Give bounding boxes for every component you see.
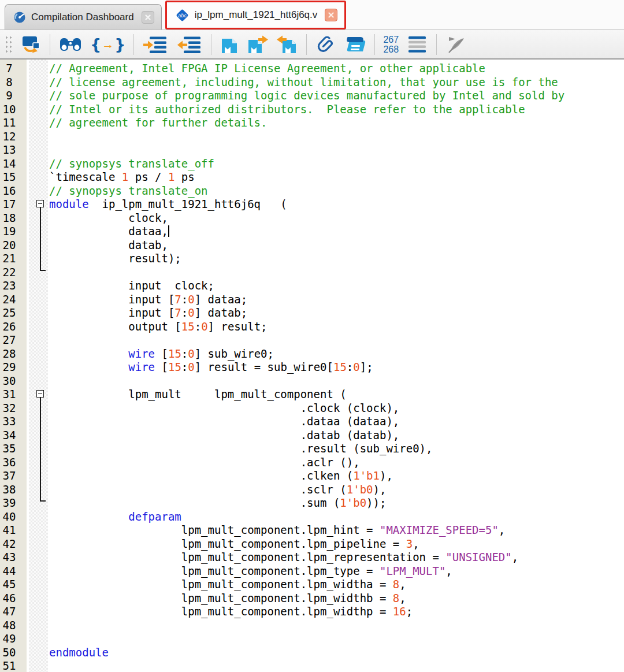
code-token: wire bbox=[128, 347, 155, 360]
sync-window-button[interactable] bbox=[17, 33, 44, 56]
line-number: 16 bbox=[0, 184, 18, 198]
code-line[interactable] bbox=[49, 632, 624, 646]
toolbar-separator bbox=[211, 34, 211, 55]
toolbar-grip-handle[interactable] bbox=[3, 34, 12, 55]
fold-collapse-button[interactable] bbox=[36, 200, 44, 207]
code-line[interactable] bbox=[49, 374, 624, 388]
code-token: 1'b0 bbox=[340, 496, 366, 509]
attach-button[interactable] bbox=[313, 33, 338, 56]
binoculars-find-icon bbox=[58, 36, 83, 53]
code-line[interactable]: .sclr (1'b0), bbox=[49, 483, 624, 497]
code-token: ip_lpm_mult_1921_htt6j6q ( bbox=[89, 198, 287, 210]
code-line[interactable]: `timescale 1 ps / 1 ps bbox=[49, 170, 624, 184]
code-token: .dataa (dataa), bbox=[49, 415, 399, 428]
fold-margin[interactable] bbox=[29, 60, 48, 672]
code-token: 0 bbox=[188, 306, 194, 319]
code-line[interactable]: input clock; bbox=[49, 279, 624, 293]
code-line[interactable] bbox=[49, 266, 624, 280]
code-line[interactable]: .datab (datab), bbox=[49, 429, 624, 443]
toggle-bookmark-button[interactable] bbox=[217, 34, 242, 55]
code-line[interactable]: module ip_lpm_mult_1921_htt6j6q ( bbox=[49, 198, 624, 211]
code-line[interactable]: .dataa (dataa), bbox=[49, 415, 624, 429]
paperclip-icon bbox=[315, 34, 336, 55]
code-token: "LPM_MULT" bbox=[380, 565, 445, 577]
code-line[interactable]: input [7:0] dataa; bbox=[49, 293, 624, 307]
code-token: , bbox=[399, 592, 406, 604]
code-line[interactable]: lpm_mult_component.lpm_widthb = 8, bbox=[49, 592, 624, 606]
code-line[interactable]: result); bbox=[49, 252, 624, 266]
code-line[interactable]: // Intel or its authorized distributors.… bbox=[49, 103, 624, 117]
code-line[interactable]: defparam bbox=[49, 510, 624, 524]
templates-button[interactable] bbox=[341, 34, 369, 55]
code-line[interactable] bbox=[49, 659, 624, 672]
code-token: [ bbox=[155, 347, 168, 360]
code-line[interactable]: // agreement for further details. bbox=[49, 116, 624, 130]
code-line[interactable]: .result (sub_wire0), bbox=[49, 442, 624, 456]
code-line[interactable]: .aclr (), bbox=[49, 456, 624, 470]
code-line[interactable]: // license agreement, including, without… bbox=[49, 76, 624, 90]
code-token: lpm_mult_component.lpm_hint = bbox=[49, 524, 380, 536]
code-token: 3 bbox=[406, 537, 413, 550]
code-token: dataa, bbox=[49, 225, 168, 237]
code-line[interactable]: lpm_mult_component.lpm_representation = … bbox=[49, 551, 624, 565]
code-token: 1 bbox=[122, 170, 128, 183]
toggle-line-display-button[interactable] bbox=[404, 34, 430, 55]
fold-guide-line bbox=[40, 207, 46, 271]
code-line[interactable]: // Agreement, Intel FPGA IP License Agre… bbox=[49, 62, 624, 76]
code-line[interactable]: wire [15:0] result = sub_wire0[15:0]; bbox=[49, 361, 624, 374]
code-line[interactable]: endmodule bbox=[49, 646, 624, 660]
code-token: // agreement for further details. bbox=[49, 116, 268, 129]
code-token: ] result = sub_wire0[ bbox=[195, 361, 333, 373]
code-token: ), bbox=[373, 483, 387, 496]
code-line[interactable]: .sum (1'b0)); bbox=[49, 496, 624, 510]
code-line[interactable]: datab, bbox=[49, 239, 624, 253]
code-token: )); bbox=[366, 496, 386, 509]
code-line[interactable]: lpm_mult_component.lpm_pipeline = 3, bbox=[49, 537, 624, 551]
code-line[interactable]: wire [15:0] sub_wire0; bbox=[49, 347, 624, 361]
close-tab-button[interactable] bbox=[325, 9, 337, 21]
code-token: .sum ( bbox=[49, 496, 340, 509]
code-line[interactable]: output [15:0] result; bbox=[49, 320, 624, 334]
code-line[interactable]: lpm_mult_component.lpm_widthp = 16; bbox=[49, 605, 624, 619]
code-line[interactable]: input [7:0] datab; bbox=[49, 306, 624, 320]
fold-collapse-button[interactable] bbox=[36, 390, 44, 398]
code-line[interactable]: lpm_mult_component.lpm_type = "LPM_MULT"… bbox=[49, 565, 624, 578]
goto-line-button[interactable]: 267 268 bbox=[381, 34, 401, 55]
line-number: 28 bbox=[0, 347, 18, 361]
code-line[interactable] bbox=[49, 619, 624, 633]
code-editor[interactable]: 7891011121314151617181920212223242526272… bbox=[0, 60, 624, 672]
code-line[interactable]: .clken (1'b1), bbox=[49, 469, 624, 483]
bookmark-next-icon bbox=[247, 35, 269, 54]
code-line[interactable] bbox=[49, 130, 624, 144]
code-lines[interactable]: // Agreement, Intel FPGA IP License Agre… bbox=[48, 60, 624, 672]
code-line[interactable]: lpm_mult_component.lpm_widtha = 8, bbox=[49, 578, 624, 592]
line-number: 47 bbox=[0, 605, 18, 619]
tab-compilation-dashboard[interactable]: Compilation Dashboard bbox=[5, 4, 162, 29]
code-token: datab, bbox=[49, 239, 168, 251]
code-line[interactable] bbox=[49, 333, 624, 347]
code-line[interactable]: lpm_mult_component.lpm_hint = "MAXIMIZE_… bbox=[49, 524, 624, 537]
code-line[interactable]: .clock (clock), bbox=[49, 402, 624, 415]
code-line[interactable]: dataa, bbox=[49, 225, 624, 239]
code-token: "MAXIMIZE_SPEED=5" bbox=[380, 524, 499, 536]
code-token: 16 bbox=[393, 605, 406, 618]
code-line[interactable]: // sole purpose of programming logic dev… bbox=[49, 89, 624, 103]
insert-template-button[interactable]: {→} bbox=[88, 35, 128, 54]
code-token: endmodule bbox=[49, 646, 109, 659]
code-line[interactable]: lpm_mult lpm_mult_component ( bbox=[49, 388, 624, 402]
previous-bookmark-button[interactable] bbox=[274, 34, 300, 55]
tab-verilog-file[interactable]: abc ip_lpm_mult_1921_htt6j6q.v bbox=[165, 1, 347, 29]
code-line[interactable]: // synopsys translate_on bbox=[49, 184, 624, 198]
indent-button[interactable] bbox=[140, 34, 171, 55]
toolbar-separator bbox=[50, 34, 50, 55]
next-bookmark-button[interactable] bbox=[244, 34, 271, 55]
code-line[interactable]: clock, bbox=[49, 211, 624, 225]
comment-button[interactable] bbox=[443, 33, 470, 56]
line-number: 49 bbox=[0, 632, 18, 646]
code-token: 15 bbox=[333, 361, 347, 373]
close-tab-button[interactable] bbox=[142, 11, 154, 24]
unindent-button[interactable] bbox=[174, 34, 205, 55]
code-line[interactable]: // synopsys translate_off bbox=[49, 157, 624, 171]
find-button[interactable] bbox=[56, 35, 85, 54]
code-line[interactable] bbox=[49, 143, 624, 157]
